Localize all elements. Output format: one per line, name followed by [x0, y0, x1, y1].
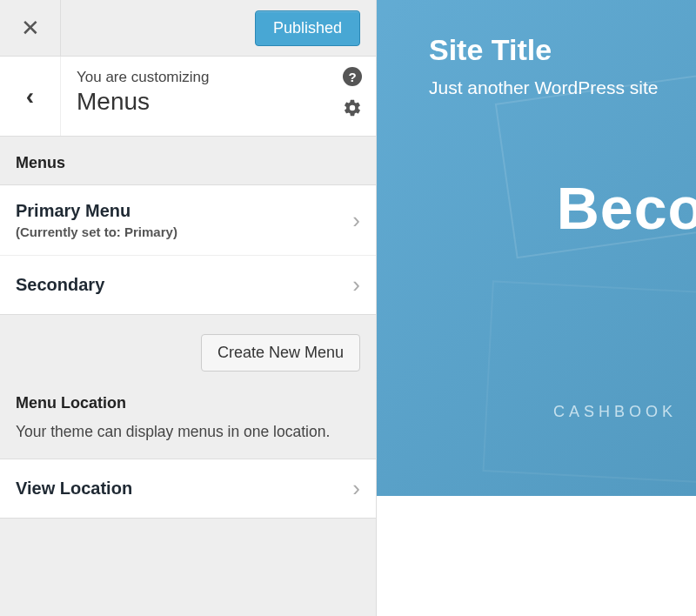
cashbook-label: CASHBOOK [553, 403, 677, 421]
menus-group-label: Menus [0, 137, 376, 184]
site-title: Site Title [429, 33, 696, 67]
menu-location-block: Menu Location Your theme can display men… [0, 391, 376, 459]
section-header-text: You are customizing Menus ? [61, 57, 376, 136]
hero-section: Site Title Just another WordPress site B… [377, 0, 696, 496]
menu-item-title: Primary Menu [16, 201, 177, 221]
location-list: View Location › [0, 459, 376, 519]
menu-item-title: Secondary [16, 275, 104, 295]
menu-item-primary[interactable]: Primary Menu (Currently set to: Primary)… [0, 185, 376, 256]
customizer-sidebar: ✕ Published ‹ You are customizing Menus … [0, 0, 377, 616]
site-tagline: Just another WordPress site [429, 77, 696, 98]
view-location-item[interactable]: View Location › [0, 459, 376, 518]
create-new-menu-button[interactable]: Create New Menu [201, 334, 360, 372]
help-button[interactable]: ? [343, 67, 362, 86]
customizing-label: You are customizing [77, 69, 360, 86]
menu-location-label: Menu Location [16, 394, 360, 412]
chevron-right-icon: › [352, 475, 360, 502]
hero-heading: Beco [557, 174, 696, 242]
section-title: Menus [77, 88, 360, 116]
topbar: ✕ Published [0, 0, 376, 57]
settings-button[interactable] [343, 98, 362, 121]
menu-location-description: Your theme can display menus in one loca… [16, 421, 360, 443]
chevron-right-icon: › [352, 207, 360, 234]
close-button[interactable]: ✕ [0, 0, 61, 56]
published-button[interactable]: Published [255, 10, 360, 46]
back-button[interactable]: ‹ [0, 57, 61, 136]
create-menu-row: Create New Menu [0, 315, 376, 391]
topbar-actions: Published [61, 0, 376, 56]
section-header: ‹ You are customizing Menus ? [0, 57, 376, 137]
help-icon: ? [343, 67, 362, 86]
chevron-right-icon: › [352, 271, 360, 298]
menu-item-subtitle: (Currently set to: Primary) [16, 224, 177, 239]
gear-icon [343, 98, 362, 117]
view-location-title: View Location [16, 479, 132, 499]
chevron-left-icon: ‹ [26, 83, 34, 110]
decorative-box [482, 280, 696, 485]
menu-item-secondary[interactable]: Secondary › [0, 256, 376, 314]
site-preview: Site Title Just another WordPress site B… [377, 0, 696, 616]
menus-list: Primary Menu (Currently set to: Primary)… [0, 184, 376, 315]
close-icon: ✕ [21, 15, 40, 42]
